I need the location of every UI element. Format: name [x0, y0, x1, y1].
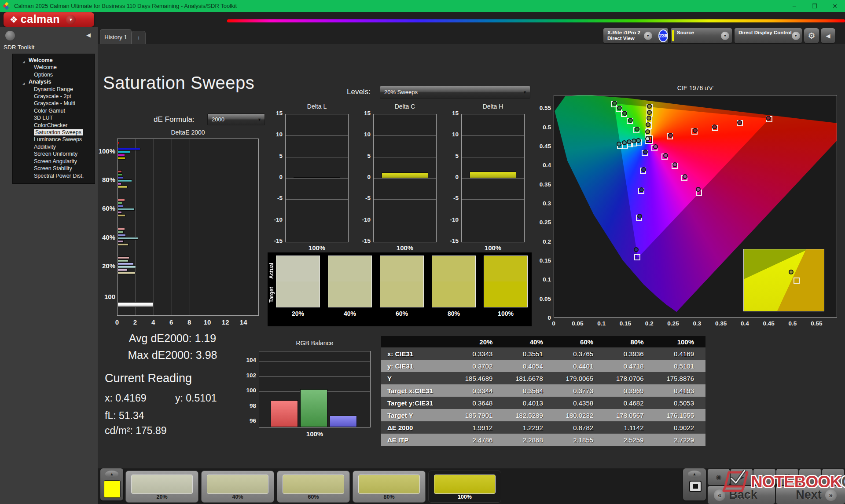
- gridline: [462, 199, 524, 200]
- table-row: ΔE 20001.99121.22920.87821.11420.9022: [381, 421, 705, 434]
- delta_l-y-tick: -5: [269, 195, 283, 201]
- workflow-orb-button[interactable]: [5, 31, 15, 40]
- cie-chart-title: CIE 1976 u'v': [554, 84, 837, 91]
- close-button[interactable]: ✕: [825, 3, 845, 10]
- delta_l-y-tick: 0: [269, 174, 283, 180]
- rgb-balance-title: RGB Balance: [259, 340, 371, 347]
- gridline: [190, 139, 190, 315]
- sidebar-item-grayscale-multi[interactable]: Grayscale - Multi: [13, 100, 95, 107]
- sidebar-item-color-gamut[interactable]: Color Gamut: [13, 107, 95, 114]
- deltae-x-tick: 2: [131, 318, 140, 326]
- tab-history-1[interactable]: History 1: [100, 29, 132, 44]
- stop-pattern-button[interactable]: [689, 481, 702, 492]
- bar-60%-5: [118, 214, 125, 217]
- pattern-card-60%[interactable]: 60%: [277, 471, 350, 503]
- target-color: [484, 281, 527, 307]
- display-control-selector[interactable]: Direct Display Control ▼: [735, 28, 802, 43]
- sidebar-item-additivity[interactable]: Additivity: [13, 143, 95, 150]
- calman-menu-chevron-icon[interactable]: ▼: [66, 15, 76, 25]
- minimize-button[interactable]: –: [784, 3, 805, 10]
- bar-60%-1: [118, 202, 122, 205]
- table-header: 80%: [605, 336, 655, 347]
- compare-label: 60%: [380, 310, 424, 317]
- bar-80%-1: [118, 173, 122, 176]
- meter-mode: Direct View: [607, 36, 640, 41]
- calman-logo-icon: ❖: [10, 15, 18, 25]
- bar-80%-2: [118, 176, 123, 179]
- cie-x-tick: 0.5: [789, 320, 797, 327]
- meter-selector[interactable]: X-Rite i1Pro 2 Direct View ▼ 236: [603, 28, 668, 43]
- active-pattern-swatch[interactable]: [104, 480, 121, 498]
- cie-x-tick: 0.25: [667, 320, 679, 327]
- bar-100%-1: [118, 145, 118, 147]
- pattern-swatch: [434, 475, 496, 494]
- sidebar-item-welcome[interactable]: Welcome: [13, 64, 95, 71]
- sidebar-item-screen-uniformity[interactable]: Screen Uniformity: [13, 150, 95, 157]
- gridline: [244, 139, 244, 315]
- bar-80%-3: [118, 179, 132, 182]
- pattern-card-80%[interactable]: 80%: [353, 471, 426, 503]
- gridline: [154, 139, 154, 315]
- sidebar-collapse-icon[interactable]: ◀: [86, 32, 91, 38]
- bar-20%-3: [118, 266, 136, 268]
- calman-menu-button[interactable]: ❖ calman ▼: [4, 12, 94, 27]
- delta_c-y-tick: 0: [357, 174, 371, 180]
- collapse-left-icon: ◀: [826, 33, 830, 39]
- delta_l-y-tick: -10: [269, 216, 283, 223]
- expand-up-icon[interactable]: ▲: [105, 471, 118, 478]
- meter-count-badge: 236: [658, 29, 668, 42]
- collapse-toolbar-button[interactable]: ◀: [821, 28, 835, 43]
- gridline: [462, 135, 524, 136]
- sidebar-group-welcome[interactable]: ◢Welcome: [13, 57, 95, 64]
- de-formula-dropdown[interactable]: 2000 ▼: [207, 113, 265, 125]
- reading-fl: fL: 51.34: [105, 410, 144, 422]
- notebookcheck-laptop-icon: [722, 470, 754, 494]
- pattern-card-20%[interactable]: 20%: [125, 471, 198, 503]
- meter-dropdown-icon[interactable]: ▼: [644, 32, 652, 40]
- sidebar-item-3d-lut[interactable]: 3D LUT: [13, 114, 95, 121]
- sidebar-item-screen-stability[interactable]: Screen Stability: [13, 165, 95, 172]
- expander-icon[interactable]: ◢: [22, 80, 25, 87]
- notebookcheck-watermark: NOTEBOOKCHECK: [722, 470, 845, 494]
- bar-60%-4: [118, 211, 122, 214]
- gridline: [286, 199, 348, 200]
- pattern-card-100%[interactable]: 100%: [428, 471, 501, 503]
- add-tab-button[interactable]: +: [132, 31, 146, 44]
- levels-dropdown[interactable]: 20% Sweeps ▼: [380, 86, 530, 99]
- delta_c-y-tick: -10: [357, 216, 371, 223]
- delta_l-x-label: 100%: [285, 244, 349, 252]
- sidebar-item-dynamic-range[interactable]: Dynamic Range: [13, 86, 95, 93]
- sidebar-item-spectral-power-dist-[interactable]: Spectral Power Dist.: [13, 172, 95, 179]
- deltae-x-tick: 6: [167, 318, 176, 326]
- target-label: Target: [268, 282, 275, 307]
- expand-up-icon[interactable]: ▲: [688, 471, 701, 478]
- sidebar-item-colorchecker[interactable]: ColorChecker: [13, 122, 95, 129]
- sidebar-group-analysis[interactable]: ◢Analysis: [13, 78, 95, 85]
- bar-100%-2: [118, 148, 140, 150]
- restore-button[interactable]: ❐: [805, 3, 825, 10]
- rainbow-gradient-bar: [227, 19, 845, 22]
- cie-x-tick: 0.45: [763, 320, 775, 327]
- bar-20%-4: [118, 269, 128, 271]
- sidebar-item-saturation-sweeps[interactable]: Saturation Sweeps: [13, 129, 95, 136]
- reading-y: y: 0.5101: [175, 392, 217, 404]
- sidebar-item-grayscale-2pt[interactable]: Grayscale - 2pt: [13, 93, 95, 100]
- source-dropdown-icon[interactable]: ▼: [721, 32, 729, 40]
- expander-icon[interactable]: ◢: [22, 58, 25, 66]
- calman-app-window: Calman 2025 Calman Ultimate for Business…: [0, 0, 845, 504]
- display-control-dropdown-icon[interactable]: ▼: [792, 32, 800, 40]
- pattern-right-panel: ▲: [683, 468, 706, 500]
- bar-20%-5: [118, 272, 136, 274]
- delta_l-bar: [294, 177, 340, 178]
- target-color: [380, 281, 423, 307]
- cie-y-tick: 0.5: [543, 124, 551, 130]
- sidebar-item-options[interactable]: Options: [13, 71, 95, 78]
- sidebar-item-screen-angularity[interactable]: Screen Angularity: [13, 158, 95, 165]
- sidebar-item-luminance-sweeps[interactable]: Luminance Sweeps: [13, 136, 95, 143]
- delta_c-x-label: 100%: [373, 244, 437, 252]
- deltae-chart-title: DeltaE 2000: [117, 129, 259, 136]
- measured-red: [737, 120, 742, 125]
- pattern-card-40%[interactable]: 40%: [201, 471, 274, 503]
- settings-button[interactable]: ⚙: [804, 28, 819, 43]
- source-selector[interactable]: Source ▼: [671, 28, 732, 43]
